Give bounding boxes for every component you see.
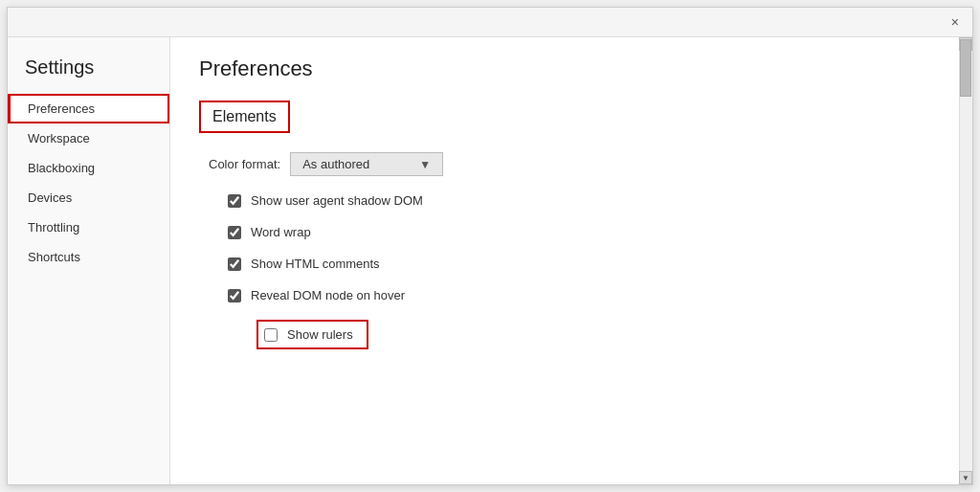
sidebar-item-devices[interactable]: Devices <box>8 183 169 212</box>
chevron-down-icon: ▼ <box>419 158 431 171</box>
dom-hover-row: Reveal DOM node on hover <box>228 288 944 302</box>
color-format-select[interactable]: As authored ▼ <box>290 152 443 176</box>
show-rulers-checkbox[interactable] <box>264 328 278 342</box>
main-content: Settings Preferences Workspace Blackboxi… <box>8 37 972 484</box>
word-wrap-label: Word wrap <box>251 225 311 239</box>
scrollbar[interactable]: ▲ ▼ <box>959 37 972 484</box>
html-comments-row: Show HTML comments <box>228 257 944 271</box>
word-wrap-checkbox[interactable] <box>228 226 241 239</box>
sidebar-item-blackboxing[interactable]: Blackboxing <box>8 153 169 183</box>
title-bar: × <box>8 8 972 37</box>
show-rulers-label: Show rulers <box>287 327 353 342</box>
dom-hover-label: Reveal DOM node on hover <box>251 288 405 302</box>
show-rulers-row: Show rulers <box>256 320 368 349</box>
color-format-row: Color format: As authored ▼ <box>209 152 944 176</box>
dom-hover-checkbox[interactable] <box>228 289 241 302</box>
html-comments-label: Show HTML comments <box>251 257 380 271</box>
content-title: Preferences <box>199 56 944 81</box>
word-wrap-row: Word wrap <box>228 225 944 239</box>
sidebar-item-preferences[interactable]: Preferences <box>8 94 169 123</box>
sidebar-item-shortcuts[interactable]: Shortcuts <box>8 242 169 272</box>
html-comments-checkbox[interactable] <box>228 257 241 271</box>
color-format-value: As authored <box>302 157 369 171</box>
settings-dialog: × Settings Preferences Workspace Blackbo… <box>7 7 973 485</box>
show-rulers-container: Show rulers <box>228 320 944 353</box>
scrollbar-down-arrow[interactable]: ▼ <box>959 471 972 484</box>
sidebar: Settings Preferences Workspace Blackboxi… <box>8 37 170 484</box>
sidebar-item-workspace[interactable]: Workspace <box>8 123 169 153</box>
close-button[interactable]: × <box>947 13 963 31</box>
shadow-dom-checkbox[interactable] <box>228 194 241 208</box>
scrollbar-thumb[interactable] <box>960 39 971 97</box>
shadow-dom-label: Show user agent shadow DOM <box>251 193 423 208</box>
color-format-label: Color format: <box>209 157 280 171</box>
content-area: Preferences Elements Color format: As au… <box>170 37 972 484</box>
sidebar-item-throttling[interactable]: Throttling <box>8 212 169 242</box>
shadow-dom-row: Show user agent shadow DOM <box>228 193 944 208</box>
sidebar-title: Settings <box>8 47 169 94</box>
elements-tab[interactable]: Elements <box>199 101 290 133</box>
